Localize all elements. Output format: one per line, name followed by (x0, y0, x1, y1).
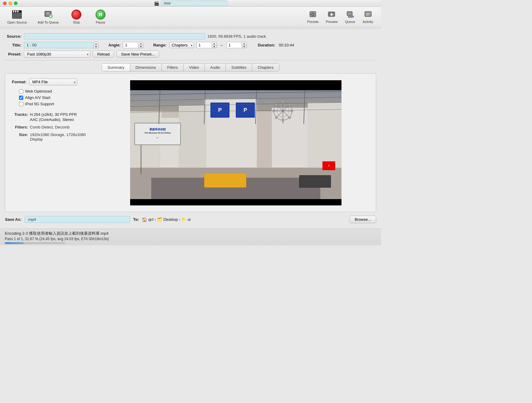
reload-button[interactable]: Reload (93, 51, 114, 58)
format-select-wrap: MP4 File MKV File WebM File (29, 78, 77, 85)
align-av-checkbox[interactable] (19, 96, 23, 100)
home-icon: 🏠 (142, 217, 147, 222)
align-av-row: Align A/V Start (10, 95, 95, 100)
preview-button[interactable]: Preview (323, 9, 341, 25)
range-separator: – (220, 43, 224, 47)
svg-line-49 (130, 109, 341, 112)
tracks-value: H.264 (x264), 30 FPS PFR AAC (CoreAudio)… (30, 112, 77, 122)
activity-label: Activity (363, 20, 373, 24)
range-to-decrement[interactable]: ▼ (242, 45, 247, 48)
title-input[interactable] (24, 42, 93, 48)
preset-select-wrap: Fast 1080p30 Fast 720p30 HQ 1080p30 Surr… (24, 51, 90, 58)
maximize-button[interactable] (14, 2, 18, 5)
queue-button[interactable]: i Queue (342, 9, 358, 25)
tab-filters[interactable]: Filters (162, 64, 184, 71)
svg-rect-20 (348, 12, 352, 15)
title-stepper-wrap: ▲ ▼ (24, 42, 99, 48)
svg-rect-21 (348, 16, 352, 17)
size-label: Size: (10, 132, 28, 141)
ipod-5g-checkbox[interactable] (19, 102, 23, 106)
angle-input[interactable] (123, 42, 138, 48)
content-area: Source: 1600, 59.8838 FPS, 1 audio track… (0, 30, 381, 229)
save-as-input[interactable] (24, 216, 130, 223)
svg-line-46 (130, 91, 341, 95)
titlebar-title: 🎬 .mov (154, 1, 227, 6)
video-preview: 愛媛県美術館The Museum Of Art Ehime ← P P (130, 80, 341, 205)
size-row: Size: 1920x1080 Storage, 1728x1080 Displ… (10, 132, 95, 141)
range-type-wrap: Chapters Seconds Frames (169, 42, 194, 48)
filters-row: Filters: Comb Detect, Decomb (10, 125, 95, 129)
angle-label: Angle: (108, 43, 120, 47)
tab-audio[interactable]: Audio (205, 64, 226, 71)
angle-stepper: ▲ ▼ (138, 42, 143, 48)
range-to-wrap: ▲ ▼ (226, 42, 247, 48)
pause-button[interactable]: Pause (91, 8, 110, 25)
angle-stepper-wrap: ▲ ▼ (123, 42, 143, 48)
range-to-increment[interactable]: ▲ (242, 42, 247, 45)
status-line1: Encoding 2-2 獲取使用者輸入資訊並上載到後臺資料庫.mp4 (5, 231, 376, 236)
tab-subtitles[interactable]: Subtitles (226, 64, 252, 71)
format-select[interactable]: MP4 File MKV File WebM File (29, 78, 77, 85)
preset-select[interactable]: Fast 1080p30 Fast 720p30 HQ 1080p30 Surr… (24, 51, 90, 58)
ipod-row: iPod 5G Support (10, 102, 95, 106)
svg-text:i: i (352, 16, 353, 18)
progress-bar-container (5, 242, 65, 244)
duration-label: Duration: (258, 43, 275, 47)
source-label: Source: (5, 34, 21, 39)
svg-line-47 (130, 97, 341, 101)
title-filename-input[interactable] (161, 1, 227, 6)
angle-decrement[interactable]: ▼ (138, 45, 143, 48)
ipod-5g-label[interactable]: iPod 5G Support (25, 102, 54, 106)
open-source-button[interactable]: Open Source (5, 8, 29, 25)
range-from-decrement[interactable]: ▼ (212, 45, 217, 48)
preview-area: 愛媛県美術館The Museum Of Art Ehime ← P P (101, 78, 371, 207)
title-decrement[interactable]: ▼ (94, 45, 98, 48)
svg-line-48 (130, 102, 341, 106)
open-source-icon (12, 10, 22, 19)
range-from-increment[interactable]: ▲ (212, 42, 217, 45)
tab-summary[interactable]: Summary (102, 64, 130, 71)
tracks-label: Tracks: (10, 112, 28, 122)
path-folder1: Desktop (163, 217, 178, 222)
preset-row: Preset: Fast 1080p30 Fast 720p30 HQ 1080… (5, 51, 376, 58)
close-button[interactable] (3, 2, 7, 5)
tab-video[interactable]: Video (184, 64, 205, 71)
path-home: qcl (148, 217, 153, 222)
presets-icon (309, 10, 317, 19)
save-new-preset-button[interactable]: Save New Preset... (117, 51, 159, 58)
range-type-select[interactable]: Chapters Seconds Frames (169, 42, 194, 48)
open-source-label: Open Source (7, 21, 27, 24)
stop-button[interactable]: Stop (67, 8, 85, 25)
range-from-input[interactable] (197, 42, 212, 48)
statusbar: Encoding 2-2 獲取使用者輸入資訊並上載到後臺資料庫.mp4 Pass… (0, 229, 381, 245)
toolbar-right: Presets Preview i Queue (304, 9, 376, 25)
tabs-container: Summary Dimensions Filters Video Audio S… (5, 63, 376, 71)
activity-button[interactable]: Activity (360, 9, 376, 25)
svg-rect-7 (99, 13, 100, 16)
path-folder2: ui (187, 217, 191, 222)
browse-button[interactable]: Browse... (350, 216, 376, 223)
tab-chapters[interactable]: Chapters (252, 64, 279, 71)
range-to-input[interactable] (226, 42, 242, 48)
traffic-lights (3, 2, 18, 5)
tab-dimensions[interactable]: Dimensions (130, 64, 162, 71)
angle-increment[interactable]: ▲ (138, 42, 143, 45)
titlebar: 🎬 .mov (0, 0, 381, 7)
presets-button[interactable]: Presets (304, 9, 322, 25)
add-to-queue-button[interactable]: Add To Queue (35, 8, 61, 25)
format-row: Format: MP4 File MKV File WebM File (10, 78, 95, 85)
minimize-button[interactable] (8, 2, 12, 5)
stop-label: Stop (73, 21, 80, 24)
source-info: 1600, 59.8838 FPS, 1 audio track (207, 34, 266, 39)
save-row: Save As: To: 🏠 qcl › 🗂️ Desktop › 📁 ui B… (5, 216, 376, 223)
title-label: Title: (5, 43, 21, 47)
web-optimized-row: Web Optimized (10, 89, 95, 94)
title-increment[interactable]: ▲ (94, 42, 98, 45)
web-optimized-checkbox[interactable] (19, 89, 23, 94)
info-section: Tracks: H.264 (x264), 30 FPS PFR AAC (Co… (10, 112, 95, 141)
source-input[interactable] (24, 33, 205, 40)
add-to-queue-label: Add To Queue (38, 21, 59, 24)
main-panel: Format: MP4 File MKV File WebM File Web … (5, 73, 376, 212)
web-optimized-label[interactable]: Web Optimized (25, 89, 52, 94)
align-av-label[interactable]: Align A/V Start (25, 95, 50, 100)
